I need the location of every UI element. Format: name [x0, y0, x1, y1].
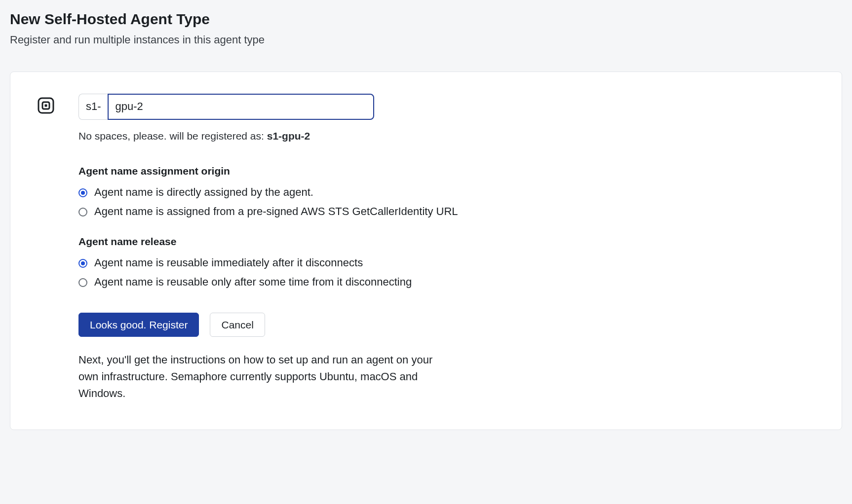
agent-name-input-group: s1-: [78, 94, 621, 120]
release-radio-group: Agent name is reusable immediately after…: [78, 255, 621, 290]
release-option-immediate[interactable]: Agent name is reusable immediately after…: [78, 255, 621, 271]
agent-name-hint-text: No spaces, please. will be registered as…: [78, 130, 267, 142]
page-title: New Self-Hosted Agent Type: [10, 9, 842, 30]
origin-radio-group: Agent name is directly assigned by the a…: [78, 185, 621, 219]
origin-option-aws-label: Agent name is assigned from a pre-signed…: [94, 204, 458, 219]
release-radio-delayed[interactable]: [78, 278, 87, 287]
release-option-delayed-label: Agent name is reusable only after some t…: [94, 275, 412, 290]
release-option-immediate-label: Agent name is reusable immediately after…: [94, 255, 363, 271]
cancel-button[interactable]: Cancel: [210, 313, 265, 337]
origin-option-direct[interactable]: Agent name is directly assigned by the a…: [78, 185, 621, 200]
agent-name-input[interactable]: [108, 94, 374, 120]
origin-section-label: Agent name assignment origin: [78, 164, 621, 178]
page-subtitle: Register and run multiple instances in t…: [10, 33, 842, 48]
page-root: New Self-Hosted Agent Type Register and …: [0, 0, 852, 450]
agent-name-hint-value: s1-gpu-2: [267, 130, 310, 142]
release-section-label: Agent name release: [78, 234, 621, 249]
register-button[interactable]: Looks good. Register: [78, 313, 199, 337]
origin-option-direct-label: Agent name is directly assigned by the a…: [94, 185, 313, 200]
agent-type-icon: [37, 97, 55, 114]
release-radio-immediate[interactable]: [78, 259, 87, 268]
origin-radio-aws[interactable]: [78, 208, 87, 216]
button-row: Looks good. Register Cancel: [78, 313, 621, 337]
agent-name-hint: No spaces, please. will be registered as…: [78, 129, 621, 143]
origin-radio-direct[interactable]: [78, 188, 87, 197]
form-footnote: Next, you'll get the instructions on how…: [78, 352, 434, 402]
release-option-delayed[interactable]: Agent name is reusable only after some t…: [78, 275, 621, 290]
form-card: s1- No spaces, please. will be registere…: [10, 72, 842, 431]
agent-name-prefix: s1-: [78, 94, 108, 120]
origin-option-aws[interactable]: Agent name is assigned from a pre-signed…: [78, 204, 621, 219]
svg-rect-2: [45, 104, 47, 107]
agent-icon-col: [37, 94, 55, 114]
